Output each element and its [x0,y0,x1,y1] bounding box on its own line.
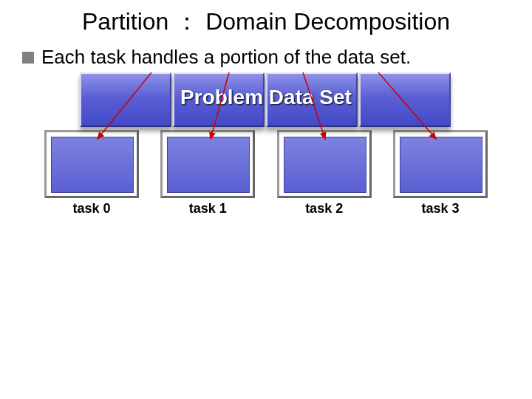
task-label: task 1 [160,201,255,216]
arrow-line [98,72,151,139]
square-bullet-icon [22,52,34,64]
arrows-svg [44,72,488,143]
task-label: task 3 [393,201,488,216]
bullet-text: Each task handles a portion of the data … [41,46,411,69]
task-fill [167,137,250,193]
arrow-line [378,72,436,139]
task-label: task 0 [44,201,139,216]
task-fill [284,137,366,193]
arrow-line [303,72,325,139]
bullet-row: Each task handles a portion of the data … [22,46,411,69]
slide-title: Partition ： Domain Decomposition [0,6,532,38]
task-label: task 2 [277,201,372,216]
slide: Partition ： Domain Decomposition Each ta… [0,0,532,399]
task-fill [51,137,134,193]
arrow-line [211,72,229,139]
diagram: Problem Data Set task 0 task 1 task 2 [44,72,488,216]
task-fill [400,137,482,193]
